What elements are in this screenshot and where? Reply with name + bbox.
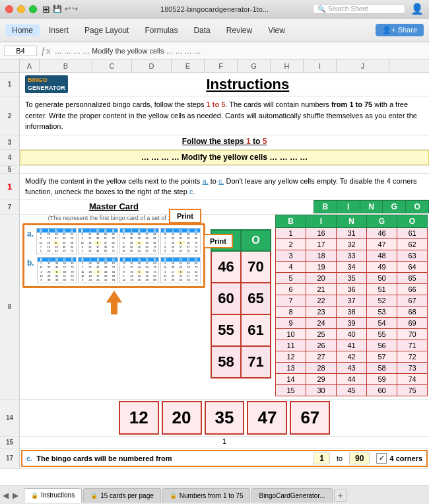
col-header-c[interactable]: C: [92, 59, 132, 72]
logo-line2: GENERATOR: [28, 85, 65, 92]
col-header-b[interactable]: B: [40, 59, 92, 72]
bh-b: B: [276, 215, 306, 227]
step-range-red: 1 to 5: [207, 100, 226, 108]
cell-reference[interactable]: [4, 46, 37, 56]
row-num-col-header: [0, 59, 20, 72]
search-icon: 🔍: [317, 5, 325, 13]
tab-review[interactable]: Review: [220, 24, 259, 36]
bingo-numbers-table: B I N G O 116314661 217324762 318334863 …: [275, 215, 428, 396]
o-val-3: 61: [241, 314, 271, 346]
tab-insert[interactable]: Insert: [42, 24, 75, 36]
col-header-d[interactable]: D: [132, 59, 172, 72]
row-c-from-val[interactable]: 1: [314, 452, 330, 464]
minimize-button[interactable]: [17, 5, 25, 13]
sheet-row-17: 17 c. The bingo cards will be numbered f…: [0, 449, 429, 469]
row-number-3: 3: [0, 135, 20, 149]
o-val-4: 71: [241, 346, 271, 378]
lock-icon-3: 🔒: [170, 492, 177, 499]
sheet-row-14: 14 12 20 35 47 67: [0, 400, 429, 437]
bingo-header-i: I: [337, 200, 360, 213]
mini-cards-grid-b: BINGO 517335065 1122395774 328★4870 1426…: [37, 257, 201, 283]
row-c-to-label: to: [337, 454, 343, 462]
bh-g: G: [367, 215, 397, 227]
instructions-title: Instructions: [72, 76, 424, 93]
bottom-num-67: 67: [290, 401, 330, 435]
tabs-nav-left[interactable]: ◀: [3, 491, 9, 500]
bh-n: N: [337, 215, 367, 227]
tab-numbers[interactable]: 🔒 Numbers from 1 to 75: [162, 488, 251, 503]
o-val-1: 70: [241, 251, 271, 283]
up-arrow: [106, 291, 122, 314]
mini-card-6: BINGO 225325667 721414972 1529★5461 1018…: [78, 257, 118, 283]
add-sheet-button[interactable]: +: [334, 489, 347, 502]
maximize-button[interactable]: [29, 5, 37, 13]
mini-card-4: BINGO 1316344661 124405368 722★5975 4193…: [160, 228, 201, 254]
tab-page-layout[interactable]: Page Layout: [78, 24, 135, 36]
sheet-row-2: 2 To generate personnalized bingo cards,…: [0, 96, 429, 135]
redo-icon[interactable]: ↪: [72, 5, 78, 13]
tab-home[interactable]: Home: [5, 24, 40, 36]
sheet-row-1: 1 BINGO GENERATOR Instructions: [0, 73, 429, 96]
sheet-tabs: ◀ ▶ 🔒 Instructions 🔒 15 cards per page 🔒…: [0, 486, 429, 504]
formula-bar: ƒx: [0, 42, 429, 59]
g-val-4: 58: [211, 346, 241, 378]
go-table: G O 46 70 60 65 55 61: [211, 229, 271, 378]
sheet-row-7: 7 Master Card B I N G O: [0, 200, 429, 215]
step1-text: Modify the content in the yellow cells n…: [20, 174, 429, 199]
point-c: c.: [218, 177, 224, 185]
row-number-8: 8: [0, 215, 20, 399]
window-icon: ⊞: [42, 4, 50, 15]
intro-text: To generate personnalized bingo cards, f…: [20, 96, 429, 135]
undo-icon[interactable]: ↩: [65, 5, 71, 13]
formula-input[interactable]: [55, 47, 425, 55]
sheet-row-6: 1 Modify the content in the yellow cells…: [0, 174, 429, 200]
share-button[interactable]: 👤+ Share: [376, 24, 424, 36]
col-header-j[interactable]: J: [337, 59, 389, 72]
print-button-visible[interactable]: Print: [169, 209, 201, 223]
tab-view[interactable]: View: [261, 24, 292, 36]
tab-data[interactable]: Data: [187, 24, 216, 36]
sheet-row-5: 5: [0, 166, 429, 174]
point-c2: c.: [189, 188, 195, 196]
col-header-e[interactable]: E: [172, 59, 205, 72]
row-c-to-val[interactable]: 90: [349, 452, 370, 464]
g-val-3: 55: [211, 314, 241, 346]
lock-icon-1: 🔒: [31, 492, 38, 499]
search-bar[interactable]: 🔍 Search Sheet: [313, 4, 405, 14]
row-number-17: 17: [0, 449, 20, 468]
profile-icon[interactable]: 👤: [411, 3, 424, 15]
point-a: a.: [202, 177, 208, 185]
col-header-g[interactable]: G: [238, 59, 271, 72]
tabs-nav-right[interactable]: ▶: [13, 491, 18, 500]
row-number-14: 14: [0, 400, 20, 436]
close-button[interactable]: [5, 5, 13, 13]
bottom-num-12: 12: [119, 401, 159, 435]
row-number-7: 7: [0, 200, 20, 214]
tab-bingo-generator[interactable]: BingoCardGenerator...: [251, 488, 332, 503]
mini-card-2: BINGO 821365863 427435170 1416★4766 9303…: [78, 228, 118, 254]
bottom-numbers-row: 12 20 35 47 67: [20, 400, 429, 436]
bingo-grid-table: B I N G O: [314, 200, 429, 213]
mini-card-5: BINGO 517335065 1122395774 328★4870 1426…: [37, 257, 77, 283]
ribbon-toolbar: Home Insert Page Layout Formulas Data Re…: [0, 18, 429, 42]
col-header-f[interactable]: F: [205, 59, 238, 72]
col-header-a[interactable]: A: [20, 59, 40, 72]
formula-icon: ƒx: [41, 46, 51, 56]
tab-15-cards[interactable]: 🔒 15 cards per page: [83, 488, 161, 503]
mini-card-8: BINGO 618314862 1430425973 317★5164 1123…: [160, 257, 201, 283]
steps-red-2: 5: [263, 137, 267, 146]
g-val-1: 46: [211, 251, 241, 283]
tab-instructions[interactable]: 🔒 Instructions: [24, 488, 82, 503]
save-icon[interactable]: 💾: [53, 5, 62, 13]
mini-card-3: BINGO 618395764 1125324869 228★5462 1520…: [119, 228, 160, 254]
print-button[interactable]: Print: [203, 234, 233, 248]
col-header-h[interactable]: H: [271, 59, 304, 72]
corners-checkbox[interactable]: ✓: [376, 453, 387, 464]
row-a-section: a. BINGO 323385261 517414972: [27, 228, 201, 254]
row-b-section: b. BINGO 517335065 1122395774 328★4870 1…: [27, 257, 201, 283]
col-header-i[interactable]: I: [304, 59, 337, 72]
tab-formulas[interactable]: Formulas: [138, 24, 184, 36]
mini-card-1: BINGO 323385261 517414972 1229★5568 7193…: [36, 228, 77, 254]
sheet-row-content: 8 (This represent the first bingo card o…: [0, 215, 429, 400]
row-number-2: 2: [0, 96, 20, 135]
